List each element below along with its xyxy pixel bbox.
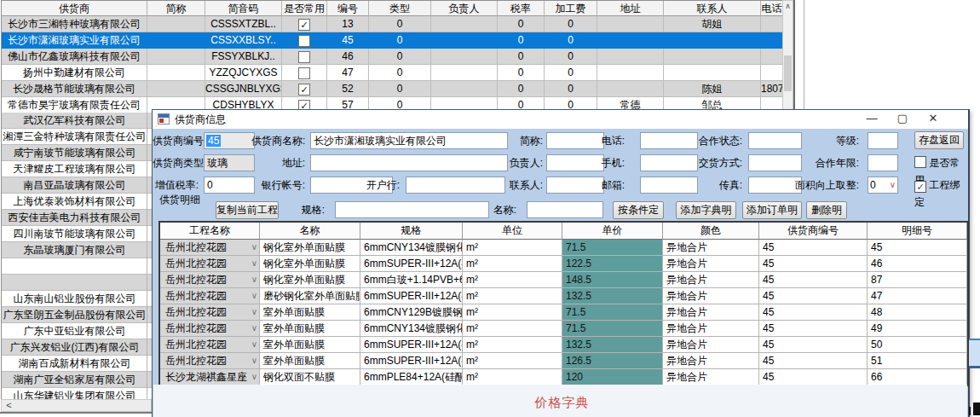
common-checkbox[interactable]: ✓ [298,19,310,31]
project-combo[interactable]: 岳州北控花园∨ [160,304,260,321]
detail-column-header-3[interactable]: 单位 [463,223,562,240]
column-header-3[interactable]: 是否常用 [282,1,327,16]
common-checkbox[interactable] [298,35,310,47]
supplier-list-item[interactable]: 山东南山铝业股份有限公司 [2,291,153,307]
vat-rate-field[interactable] [204,177,255,194]
vertical-scrollbar[interactable]: ∧ [782,0,793,110]
project-combo[interactable]: 岳州北控花园∨ [160,256,260,272]
maximize-button[interactable]: ▢ [891,110,914,129]
detail-column-header-2[interactable]: 规格 [360,223,463,240]
dialog-titlebar[interactable]: 供货商信息 — ▢ ✕ [153,110,968,129]
project-combo[interactable]: 岳州北控花园∨ [160,337,260,353]
detail-row[interactable]: 岳州北控花园∨钢化室外单面贴膜6mmSUPER-III+12A(硅...m²12… [160,256,967,272]
common-checkbox[interactable] [298,67,310,79]
detail-cell: 异地合片 [663,240,759,256]
supplier-list-item[interactable]: 天津耀皮工程玻璃有限公司 [2,161,153,177]
detail-row[interactable]: 岳州北控花园∨磨砂钢化室外单面贴膜6mmSUPER-III+12A(硅...m²… [160,288,967,304]
column-header-8[interactable]: 加工费 [545,1,597,16]
supplier-list-item[interactable]: 湖南百成新材料有限公司 [2,356,153,372]
table-row[interactable]: 长沙晟格节能玻璃有限公司CSSGJNBLYXGS✓52000陈姐180751 [2,81,783,97]
supplier-list-item[interactable]: 湖南广亚全铝家居有限公司 [2,372,153,388]
supplier-list-item[interactable] [2,275,153,291]
address-field[interactable] [310,154,508,171]
project-combo[interactable]: 岳州北控花园∨ [160,240,260,256]
scrollbar-thumb[interactable] [784,55,792,91]
supplier-list-item[interactable]: 武汉亿军科技有限公司 [2,113,153,129]
detail-row[interactable]: 长沙龙湖祺鑫星座∨钢化双面不贴膜6mmPLE84+12A(硅酮胶...m²120… [160,369,967,385]
copy-project-button[interactable]: 复制当前工程 [216,201,279,219]
detail-column-header-4[interactable]: 单价 [562,223,663,240]
grade-field[interactable] [868,132,898,149]
column-header-7[interactable]: 税率 [498,1,545,16]
column-header-5[interactable]: 类型 [369,1,431,16]
supplier-list-item[interactable]: 广东中亚铝业有限公司 [2,323,153,339]
detail-row[interactable]: 岳州北控花园∨室外单面贴膜6mmSUPER-III+12A(硅...m²126.… [160,353,967,369]
detail-column-header-5[interactable]: 颜色 [663,223,759,240]
supplier-list-item[interactable]: 东晶玻璃厦门有限公司 [2,242,153,258]
column-header-6[interactable]: 负责人 [431,1,498,16]
close-button[interactable]: ✕ [921,110,945,129]
detail-column-header-7[interactable]: 明细号 [868,223,967,240]
supplier-no-field[interactable]: 45 [204,132,255,149]
minimize-button[interactable]: — [860,110,884,129]
supplier-list-item[interactable]: 南昌亚晶玻璃有限公司 [2,177,153,194]
column-header-1[interactable]: 简称 [147,1,205,16]
supplier-list-item[interactable]: 山东华建铝业集团有限公司 [2,388,153,399]
detail-column-header-0[interactable]: 工程名称 [160,223,260,240]
supplier-list-item[interactable]: 广东兴发铝业(江西)有限公司 [2,339,153,356]
coop-status-field[interactable] [748,132,802,149]
column-header-9[interactable]: 地址 [597,1,664,16]
column-header-4[interactable]: 编号 [327,1,369,16]
supplier-list-item[interactable]: 西安佳吉美电力科技有限公司 [2,210,153,226]
supplier-list-item[interactable] [2,258,153,275]
detail-row[interactable]: 岳州北控花园∨钢化室外单面贴膜6mm白玻+1.14PVB+6mm...m²148… [160,272,967,288]
common-checkbox-row[interactable]: 是否常用 [914,154,968,171]
common-checkbox[interactable] [914,156,926,168]
supplier-list-item[interactable]: 广东坚朗五金制品股份有限公司 [2,307,153,323]
spec-filter-field[interactable] [335,201,489,218]
add-dictionary-detail-button[interactable]: 添加字典明细 [676,201,736,219]
supplier-list-item[interactable]: 四川南玻节能玻璃有限公司 [2,226,153,242]
price-dictionary-link[interactable]: 价格字典 [159,395,966,411]
scroll-up-icon[interactable]: ∧ [783,1,793,12]
project-combo[interactable]: 长沙龙湖祺鑫星座∨ [160,369,260,385]
project-bind-checkbox-row[interactable]: ✓ 工程绑定 [914,177,968,194]
supplier-list-item[interactable]: 湘潭三金特种玻璃有限责任公司 [2,129,153,145]
detail-row[interactable]: 岳州北控花园∨室外单面贴膜6mmCNY134镀膜钢化m²71.5异地合片4549 [160,321,967,337]
delete-detail-button[interactable]: 删除明细 [806,201,847,219]
detail-row[interactable]: 岳州北控花园∨钢化室外单面贴膜6mmCNY134镀膜钢化m²71.5异地合片45… [160,240,967,256]
project-combo[interactable]: 岳州北控花园∨ [160,353,260,369]
project-combo[interactable]: 岳州北控花园∨ [160,272,260,288]
horizontal-scrollbar[interactable]: < [1,399,152,412]
supplier-list-item[interactable]: 咸宁南玻节能玻璃有限公司 [2,145,153,161]
table-row[interactable]: 扬州中勤建材有限公司YZZQJCYXGS47000 [2,65,783,81]
detail-column-header-1[interactable]: 名称 [260,223,360,240]
column-header-10[interactable]: 联系人 [664,1,761,16]
bank-field[interactable] [406,177,505,194]
area-round-up-combo[interactable]: 0 ∨ [868,177,898,194]
save-return-button[interactable]: 存盘返回 [914,131,964,149]
common-checkbox[interactable] [298,51,310,63]
coop-years-field[interactable] [868,154,898,171]
supplier-name-field[interactable] [310,132,508,149]
supplier-list-item[interactable]: 上海优泰装饰材料有限公司 [2,194,153,210]
project-combo[interactable]: 岳州北控花园∨ [160,321,260,337]
common-checkbox[interactable]: ✓ [298,84,310,96]
column-header-2[interactable]: 简音码 [205,1,282,16]
table-row[interactable]: 长沙市三湘特种玻璃有限公司CSSSXTZBL..✓13000胡姐 [2,16,783,32]
table-row[interactable]: 长沙市潇湘玻璃实业有限公司CSSXXBLSY..45000 [2,32,783,49]
name-filter-field[interactable] [527,201,603,218]
add-order-detail-button[interactable]: 添加订单明细 [742,201,802,219]
column-header-11[interactable]: 电话 [761,1,783,16]
scroll-left-icon[interactable]: < [3,400,14,411]
detail-row[interactable]: 岳州北控花园∨室外单面贴膜6mmCNY129B镀膜钢化m²71.5异地合片454… [160,304,967,321]
project-bind-checkbox[interactable]: ✓ [914,181,926,193]
supplier-type-label: 供货商类型: [153,154,199,171]
table-row[interactable]: 佛山市亿鑫玻璃科技有限公司FSSYXBLKJ..46000 [2,49,783,65]
column-header-0[interactable]: 供货商 [2,1,147,16]
detail-row[interactable]: 岳州北控花园∨室外单面贴膜6mmSUPER-III+12A(硅...m²132.… [160,337,967,353]
locate-by-condition-button[interactable]: 按条件定位 [613,201,664,219]
detail-column-header-6[interactable]: 供货商编号 [759,223,868,240]
project-combo[interactable]: 岳州北控花园∨ [160,288,260,304]
supplier-type-field[interactable] [204,154,255,171]
